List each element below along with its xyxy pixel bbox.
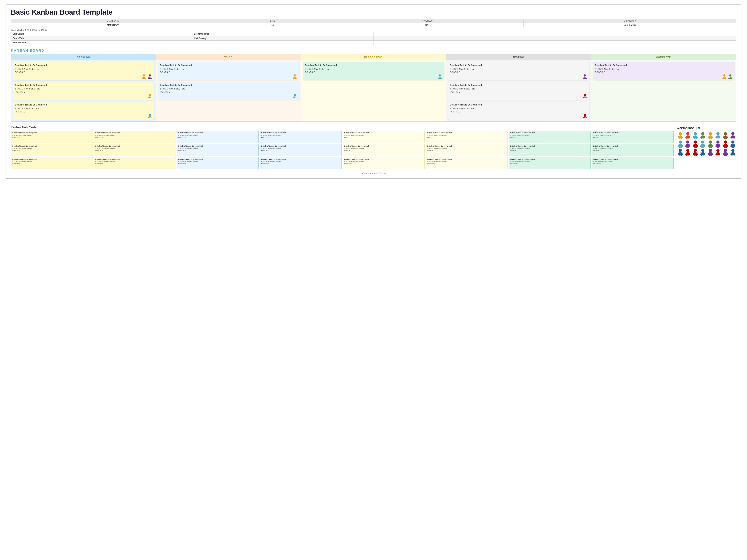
mini-card[interactable]: Details of Task to Be CompletedSTATUS: N… — [260, 144, 342, 156]
mini-card-title: Details of Task to Be Completed — [593, 132, 672, 134]
avatar: KC — [292, 74, 298, 79]
task-card[interactable]: Details of Task to Be CompletedSTATUS: N… — [13, 82, 154, 100]
avatar: LG — [141, 74, 147, 79]
mini-card[interactable]: Details of Task to Be CompletedSTATUS: N… — [177, 131, 259, 143]
assigned-person: xx — [692, 132, 699, 139]
mini-card[interactable]: Details of Task to Be CompletedSTATUS: N… — [592, 144, 674, 156]
mini-card-points: POINTS: 0 — [178, 136, 257, 138]
assigned-person: xx — [685, 132, 691, 139]
task-card-status: STATUS: Note Status Here — [160, 87, 297, 90]
mini-card[interactable]: Details of Task to Be CompletedSTATUS: N… — [94, 144, 176, 156]
team-member-cell[interactable] — [555, 41, 736, 45]
progress-label: PROGRESS — [331, 19, 523, 23]
team-member-cell[interactable] — [374, 36, 555, 41]
mini-card[interactable]: Details of Task to Be CompletedSTATUS: N… — [260, 157, 342, 169]
mini-card-status: STATUS: Note Status Here — [178, 161, 257, 162]
task-card[interactable]: Details of Task to Be CompletedSTATUS: N… — [13, 62, 154, 80]
days-value[interactable]: 15 — [215, 23, 331, 27]
assigned-person: xx — [677, 132, 684, 139]
mini-card[interactable]: Details of Task to Be CompletedSTATUS: N… — [177, 157, 259, 169]
mini-card[interactable]: Details of Task to Be CompletedSTATUS: N… — [260, 131, 342, 143]
assigned-person: xx — [700, 132, 706, 139]
mini-card[interactable]: Details of Task to Be CompletedSTATUS: N… — [343, 157, 425, 169]
mini-card[interactable]: Details of Task to Be CompletedSTATUS: N… — [11, 144, 93, 156]
mini-card-title: Details of Task to Be Completed — [427, 145, 506, 147]
mini-card[interactable]: Details of Task to Be CompletedSTATUS: N… — [509, 157, 591, 169]
task-card-points: POINTS: 0 — [595, 71, 732, 73]
task-card[interactable]: Details of Task to Be CompletedSTATUS: N… — [158, 62, 299, 80]
mini-card[interactable]: Details of Task to Be CompletedSTATUS: N… — [592, 131, 674, 143]
team-member-cell[interactable]: Kirk Caskey — [192, 36, 374, 41]
mini-card[interactable]: Details of Task to Be CompletedSTATUS: N… — [343, 144, 425, 156]
team-member-cell[interactable]: Romy Bailey — [11, 41, 192, 45]
assigned-person: xx — [715, 132, 721, 139]
task-card[interactable]: Details of Task to Be CompletedSTATUS: N… — [303, 62, 444, 80]
mini-card[interactable]: Details of Task to Be CompletedSTATUS: N… — [509, 131, 591, 143]
team-member-cell[interactable]: Lori Garcia — [11, 32, 192, 36]
kanban-col-header-inprogress: IN PROGRESS — [301, 54, 446, 60]
mini-card[interactable]: Details of Task to Be CompletedSTATUS: N… — [426, 131, 508, 143]
assigned-person: xx — [722, 141, 729, 148]
mini-card-status: STATUS: Note Status Here — [12, 148, 91, 149]
team-member-cell[interactable]: Brent Williams — [192, 32, 374, 36]
mini-card-status: STATUS: Note Status Here — [344, 148, 423, 149]
task-card[interactable]: Details of Task to Be CompletedSTATUS: N… — [13, 102, 154, 120]
task-card-status: STATUS: Note Status Here — [450, 107, 587, 110]
mini-card-status: STATUS: Note Status Here — [261, 148, 340, 149]
mini-card[interactable]: Details of Task to Be CompletedSTATUS: N… — [177, 144, 259, 156]
start-date-value[interactable]: MM/DD/YY — [11, 23, 215, 27]
assigned-person: xx — [685, 149, 691, 156]
team-member-cell[interactable] — [374, 41, 555, 45]
mini-card[interactable]: Details of Task to Be CompletedSTATUS: N… — [426, 157, 508, 169]
avatar: RB — [582, 114, 588, 118]
kanban-heading: KANBAN BOARD — [11, 48, 736, 53]
mini-card[interactable]: Details of Task to Be CompletedSTATUS: N… — [426, 144, 508, 156]
meta-table: START DATE DAYS PROGRESS UPDATED BY MM/D… — [11, 19, 736, 27]
avatar: LG — [147, 94, 152, 98]
assigned-person: xx — [707, 149, 714, 156]
task-card[interactable]: Details of Task to Be CompletedSTATUS: N… — [448, 82, 589, 100]
mini-card-points: POINTS: 0 — [593, 150, 672, 151]
team-member-cell[interactable] — [555, 32, 736, 36]
mini-card-title: Details of Task to Be Completed — [178, 145, 257, 147]
avatar: RB — [582, 94, 588, 98]
mini-card[interactable]: Details of Task to Be CompletedSTATUS: N… — [343, 131, 425, 143]
mini-card-title: Details of Task to Be Completed — [261, 132, 340, 134]
mini-card-title: Details of Task to Be Completed — [344, 145, 423, 147]
task-card[interactable]: Details of Task to Be CompletedSTATUS: N… — [448, 62, 589, 80]
task-card[interactable]: Details of Task to Be CompletedSTATUS: N… — [593, 62, 734, 80]
task-card[interactable]: Details of Task to Be CompletedSTATUS: N… — [158, 82, 299, 100]
kanban-col-testing: TESTINGDetails of Task to Be CompletedST… — [446, 54, 591, 122]
assigned-person: xx — [692, 149, 699, 156]
mini-card[interactable]: Details of Task to Be CompletedSTATUS: N… — [11, 157, 93, 169]
task-card-status: STATUS: Note Status Here — [15, 87, 152, 90]
avatar: BW — [147, 114, 152, 118]
kanban-col-header-testing: TESTING — [446, 54, 591, 60]
task-card-status: STATUS: Note Status Here — [15, 68, 152, 70]
mini-card-points: POINTS: 0 — [510, 150, 589, 151]
team-member-cell[interactable] — [374, 32, 555, 36]
mini-card-status: STATUS: Note Status Here — [178, 134, 257, 136]
task-card[interactable]: Details of Task to Be CompletedSTATUS: N… — [448, 102, 589, 120]
team-member-cell[interactable]: Denis Vidal — [11, 36, 192, 41]
mini-card[interactable]: Details of Task to Be CompletedSTATUS: N… — [94, 157, 176, 169]
task-card-points: POINTS: 0 — [15, 71, 152, 73]
mini-card[interactable]: Details of Task to Be CompletedSTATUS: N… — [592, 157, 674, 169]
mini-card-points: POINTS: 0 — [12, 163, 91, 165]
mini-card-title: Details of Task to Be Completed — [593, 145, 672, 147]
task-card-title: Details of Task to Be Completed — [450, 84, 587, 87]
team-member-cell[interactable] — [555, 36, 736, 41]
mini-card[interactable]: Details of Task to Be CompletedSTATUS: N… — [94, 131, 176, 143]
mini-card-points: POINTS: 0 — [178, 150, 257, 151]
mini-card-title: Details of Task to Be Completed — [427, 132, 506, 134]
mini-card-status: STATUS: Note Status Here — [427, 134, 506, 136]
mini-card-status: STATUS: Note Status Here — [427, 161, 506, 162]
progress-value: 25% — [331, 23, 523, 27]
mini-card-title: Details of Task to Be Completed — [12, 132, 91, 134]
mini-card[interactable]: Details of Task to Be CompletedSTATUS: N… — [11, 131, 93, 143]
mini-card[interactable]: Details of Task to Be CompletedSTATUS: N… — [509, 144, 591, 156]
task-card-points: POINTS: 0 — [15, 110, 152, 113]
assigned-person: xx — [715, 149, 721, 156]
team-member-cell[interactable] — [192, 41, 374, 45]
mini-cards-grid: Details of Task to Be CompletedSTATUS: N… — [11, 131, 674, 169]
